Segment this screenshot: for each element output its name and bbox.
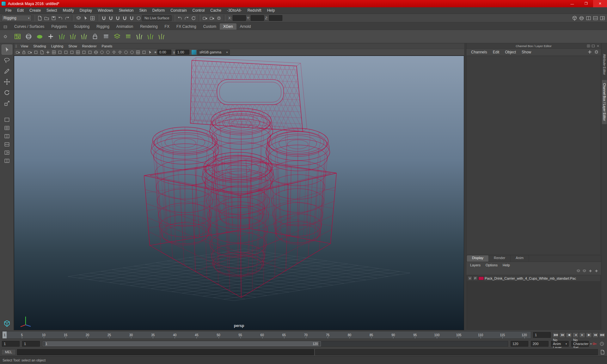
snap-to-projected-center-icon[interactable] <box>121 15 128 21</box>
shelf-tab-animation[interactable]: Animation <box>113 23 137 30</box>
multisample-icon[interactable] <box>135 49 141 55</box>
menu-item[interactable]: Edit <box>14 7 27 14</box>
vtab-channel-box[interactable]: Channel Box / Layer Editor <box>602 80 607 124</box>
anim-layer-dropdown[interactable]: No Anim Layer ▾ <box>551 341 569 347</box>
timeline-tick[interactable]: 25 <box>107 331 111 338</box>
layer-toolbar-icon-3[interactable] <box>588 268 593 274</box>
bookmarks-icon[interactable] <box>33 49 39 55</box>
xgen-comb-brush-icon[interactable] <box>123 32 133 41</box>
menu-item[interactable]: File <box>3 7 14 14</box>
textured-display-icon[interactable] <box>105 49 111 55</box>
shelf-tab-custom[interactable]: Custom <box>200 23 220 30</box>
select-hierarchy-icon[interactable] <box>75 15 82 21</box>
menu-item[interactable]: Cache <box>207 7 224 14</box>
layer-tab-display[interactable]: Display <box>467 255 489 262</box>
panel-menu-item[interactable]: Renderer <box>80 44 99 48</box>
shelf-tab-polygons[interactable]: Polygons <box>48 23 70 30</box>
shelf-tab-fx-caching[interactable]: FX Caching <box>173 23 200 30</box>
rotate-tool-icon[interactable] <box>2 88 12 98</box>
xgen-clump-brush-icon[interactable] <box>156 32 166 41</box>
layer-color-sw atch[interactable] <box>478 276 484 280</box>
color-management-icon[interactable] <box>192 50 196 55</box>
animation-start-field[interactable]: 1 <box>2 341 20 347</box>
panel-menu-item[interactable]: View <box>18 44 31 48</box>
animation-end-field[interactable]: 200 <box>531 341 549 347</box>
paint-select-tool-icon[interactable] <box>2 66 12 76</box>
lock-camera-icon[interactable] <box>21 49 27 55</box>
resolution-gate-icon[interactable] <box>63 49 69 55</box>
panel-grip-icon[interactable]: ⣿ <box>15 45 18 48</box>
y-input[interactable] <box>251 15 264 21</box>
snap-to-point-icon[interactable] <box>114 15 121 21</box>
xgen-guide-icon[interactable] <box>57 32 67 41</box>
playback-range[interactable]: 1 120 <box>43 341 321 346</box>
menu-item[interactable]: Create <box>27 7 44 14</box>
layer-tab-anim[interactable]: Anim <box>511 255 529 262</box>
make-live-icon[interactable] <box>135 15 142 21</box>
layout-two-pane-stacked-icon[interactable] <box>2 141 12 148</box>
menu-item[interactable]: Display <box>77 7 95 14</box>
timeline-tick[interactable]: 75 <box>326 331 329 338</box>
step-forward-frame-button[interactable]: ▶▮ <box>592 332 598 338</box>
select-tool-icon[interactable] <box>2 45 12 55</box>
colorspace-dropdown[interactable]: sRGB gamma ▾ <box>197 50 230 55</box>
timeline-tick[interactable]: 85 <box>370 331 373 338</box>
xgen-length-brush-icon[interactable] <box>79 32 89 41</box>
layer-toolbar-icon-4[interactable] <box>594 268 599 274</box>
show-manipulators-icon[interactable] <box>586 49 593 55</box>
xgen-noise-brush-icon[interactable] <box>145 32 155 41</box>
timeline-tick[interactable]: 80 <box>348 331 351 338</box>
animation-preferences-icon[interactable] <box>599 341 605 347</box>
move-tool-icon[interactable] <box>2 77 12 87</box>
camera-attributes-icon[interactable] <box>27 49 33 55</box>
shelf-tab-rigging[interactable]: Rigging <box>93 23 113 30</box>
timeline-tick[interactable]: 100 <box>434 331 440 338</box>
shelf-tab-curves-surfaces[interactable]: Curves / Surfaces <box>11 23 48 30</box>
channel-box-menu-item[interactable]: Channels <box>468 50 490 54</box>
gamma-field[interactable]: 1.00 <box>175 50 189 55</box>
gamma-icon[interactable]: γ <box>173 51 175 54</box>
channel-box-toggle-icon[interactable] <box>599 15 606 21</box>
layout-outliner-persp-icon[interactable] <box>2 157 12 165</box>
xgen-density-brush-icon[interactable] <box>68 32 78 41</box>
character-set-dropdown[interactable]: No Character Set ▾ <box>571 341 589 347</box>
menu-item[interactable]: Help <box>264 7 278 14</box>
xgen-create-description-icon[interactable] <box>24 32 34 41</box>
timeline-tick[interactable]: 5 <box>21 331 23 338</box>
timeline-tick[interactable]: 30 <box>129 331 133 338</box>
layer-editor-menu-item[interactable]: Layers <box>468 263 483 267</box>
render-current-frame-icon[interactable] <box>202 15 208 21</box>
xgen-create-collection-icon[interactable] <box>35 32 45 41</box>
current-frame-marker[interactable]: 1 <box>3 331 7 338</box>
channel-list-empty[interactable] <box>467 56 601 255</box>
timeline-tick[interactable]: 50 <box>217 331 220 338</box>
step-forward-key-button[interactable]: ▮▶ <box>586 332 592 338</box>
timeline-tick[interactable]: 55 <box>239 331 242 338</box>
shelf-tab-sculpting[interactable]: Sculpting <box>71 23 93 30</box>
step-back-key-button[interactable]: ◀▮ <box>566 332 572 338</box>
timeline-tick[interactable]: 45 <box>195 331 198 338</box>
viewport-3d[interactable]: persp <box>14 56 464 330</box>
isolate-select-icon[interactable] <box>147 49 153 55</box>
output-connections-icon[interactable] <box>183 15 190 21</box>
menu-item[interactable]: Select <box>44 7 60 14</box>
menu-item[interactable]: Deform <box>150 7 168 14</box>
layer-row[interactable]: V P Pack_Drink_Carrier_with_4_Cups_White… <box>467 275 600 282</box>
safe-action-icon[interactable] <box>81 49 87 55</box>
go-to-start-button[interactable]: ▮◀◀ <box>553 332 559 338</box>
timeline-tick[interactable]: 105 <box>456 331 462 338</box>
timeline-tick[interactable]: 65 <box>282 331 286 338</box>
shaded-display-icon[interactable] <box>99 49 105 55</box>
close-panel-icon[interactable] <box>596 44 600 48</box>
menu-item[interactable]: Skin <box>137 7 150 14</box>
layer-tab-render[interactable]: Render <box>489 255 511 262</box>
panel-menu-item[interactable]: Show <box>66 44 80 48</box>
select-object-icon[interactable] <box>82 15 89 21</box>
xray-icon[interactable] <box>141 49 147 55</box>
shadows-icon[interactable] <box>117 49 123 55</box>
timeline-tick[interactable]: 20 <box>86 331 89 338</box>
timeline-tick[interactable]: 95 <box>413 331 417 338</box>
layer-playback-toggle[interactable]: P <box>473 276 478 281</box>
xgen-layers-icon[interactable] <box>112 32 122 41</box>
layer-toolbar-icon-2[interactable] <box>582 268 587 274</box>
